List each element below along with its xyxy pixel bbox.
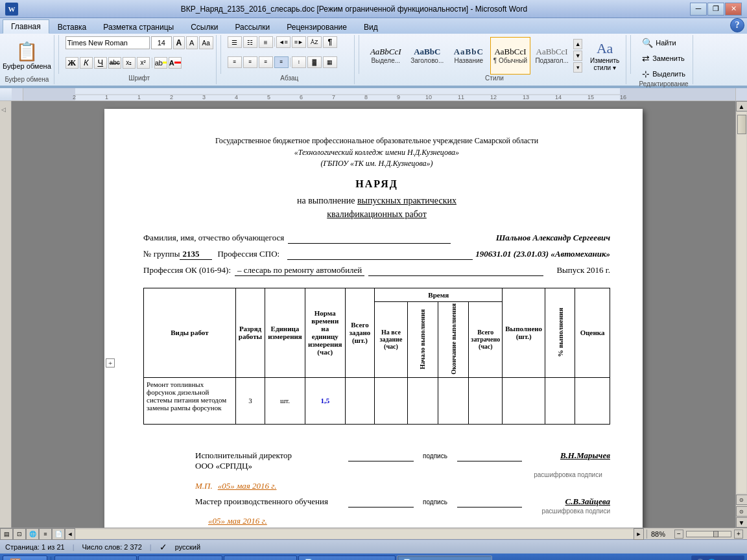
italic-button[interactable]: К — [80, 57, 93, 69]
window-title: ВКР_Наряд_2135_2016_слесарь.doc [Режим о… — [18, 5, 690, 14]
change-case-button[interactable]: Аа — [199, 36, 213, 49]
bold-button[interactable]: Ж — [65, 57, 78, 69]
align-center-button[interactable]: ≡ — [243, 56, 257, 68]
bottom-scroll: ▤ ⊡ 🌐 ≡ 📄 ◄ ► 88% − + — [0, 528, 747, 539]
restore-button[interactable]: ❐ — [707, 3, 724, 16]
style-item-3[interactable]: AaBbCcI ¶ Обычный — [490, 37, 530, 75]
font-size-input[interactable] — [151, 36, 172, 49]
align-left-button[interactable]: ≡ — [228, 56, 242, 68]
tab-references[interactable]: Ссылки — [182, 20, 226, 34]
multilevel-list-button[interactable]: ≡ — [259, 36, 273, 48]
select-button[interactable]: ⊹ Выделить — [639, 67, 689, 80]
spell-icon: ✓ — [160, 542, 167, 552]
h-scroll-track[interactable] — [75, 530, 634, 539]
replace-button[interactable]: ⇄ Заменить — [639, 52, 689, 65]
subscript-button[interactable]: x₂ — [123, 57, 136, 69]
font-color-button[interactable]: A — [169, 57, 182, 69]
taskbar-separator — [51, 557, 51, 560]
view-outline[interactable]: ≡ — [39, 528, 52, 540]
sort-button[interactable]: ÅZ — [307, 36, 322, 48]
work-table: Виды работ Разрядработы Единицаизмерения… — [143, 288, 610, 425]
close-button[interactable]: ✕ — [725, 3, 742, 16]
sig1-name-label: расшифровка подписи — [526, 471, 610, 478]
tab-insert[interactable]: Вставка — [49, 20, 95, 34]
increase-indent-button[interactable]: ≡► — [292, 36, 306, 48]
time-col3-header: Окончание выполнения — [438, 301, 469, 377]
signatures-section: Исполнительный директор ООО «СРПДЦ» подп… — [143, 450, 610, 528]
title-bar: W ВКР_Наряд_2135_2016_слесарь.doc [Режим… — [0, 0, 747, 18]
underline-button[interactable]: Ч — [94, 57, 107, 69]
style-item-2[interactable]: AaBbC Название — [449, 37, 489, 75]
line-spacing-button[interactable]: ↕ — [292, 56, 306, 68]
h-scroll-left[interactable]: ◄ — [65, 528, 75, 540]
col-header-percent: % выполнения — [545, 288, 575, 377]
align-right-button[interactable]: ≡ — [259, 56, 273, 68]
group-value: 2135 — [180, 249, 212, 260]
styles-scroll-up[interactable]: ▲ — [573, 39, 582, 49]
scroll-track[interactable] — [737, 112, 746, 493]
tab-page-layout[interactable]: Разметка страницы — [95, 20, 182, 34]
scroll-next-page[interactable]: ⊙ — [736, 506, 748, 517]
add-row-button[interactable]: + — [106, 358, 115, 368]
start-button[interactable]: 🪟 пуск — [3, 555, 47, 560]
scroll-up-button[interactable]: ▲ — [736, 101, 748, 111]
tab-review[interactable]: Рецензирование — [278, 20, 355, 34]
show-paragraph-button[interactable]: ¶ — [323, 36, 337, 48]
tab-mailings[interactable]: Рассылки — [226, 20, 278, 34]
zoom-in-button[interactable]: + — [734, 530, 743, 539]
numbered-list-button[interactable]: ☷ — [243, 36, 257, 48]
borders-button[interactable]: ▦ — [323, 56, 337, 68]
scroll-thumb[interactable] — [737, 115, 746, 134]
paste-button[interactable]: 📋 Буфер обмена — [3, 41, 51, 70]
shading-button[interactable]: ▓ — [307, 56, 322, 68]
h-scroll-right[interactable]: ► — [634, 528, 644, 540]
font-name-input[interactable] — [65, 36, 150, 49]
col-header-score: Оценка — [575, 288, 610, 377]
help-button[interactable]: ? — [730, 18, 744, 32]
right-scrollbar[interactable]: ▲ ⊙ ⊙ ▼ — [735, 101, 747, 528]
doc-scroll-area[interactable]: + ◢ Государственное бюджетное профессион… — [12, 101, 735, 528]
taskbar-item-1[interactable]: 💻 ВАСИЛЬЕВНА (Н:) — [138, 555, 222, 560]
view-web[interactable]: 🌐 — [26, 528, 39, 540]
style-item-1[interactable]: AaBbC Заголово... — [407, 37, 447, 75]
view-full[interactable]: ⊡ — [13, 528, 26, 540]
language: русский — [175, 543, 200, 551]
tab-view[interactable]: Вид — [355, 20, 386, 34]
styles-more[interactable]: ▾ — [573, 62, 582, 73]
tab-home[interactable]: Главная — [3, 19, 49, 34]
highlight-color-button[interactable]: ab — [154, 57, 167, 69]
style-item-0[interactable]: AaBbCcI Выделе... — [366, 37, 406, 75]
decrease-indent-button[interactable]: ◄≡ — [276, 36, 290, 48]
work-time3 — [438, 377, 469, 424]
zoom-slider-thumb[interactable] — [713, 531, 718, 537]
scroll-prev-page[interactable]: ⊙ — [736, 495, 748, 505]
zoom-slider-track[interactable] — [686, 531, 731, 537]
institution-name: Государственное бюджетное профессиональн… — [143, 135, 610, 147]
find-button[interactable]: 🔍 Найти — [639, 36, 689, 49]
view-draft[interactable]: 📄 — [52, 528, 65, 540]
work-desc: Ремонт топливных форсунок дизельной сист… — [144, 377, 236, 424]
taskbar-item-0[interactable]: 📁 2125_кв.экз._ГИА — [54, 555, 136, 560]
zoom-out-button[interactable]: − — [674, 530, 683, 539]
font-group: A A Аа Ж К Ч abc x₂ x² ab A Шрифт — [63, 35, 217, 84]
bullet-list-button[interactable]: ☰ — [228, 36, 242, 48]
taskbar-item-3[interactable]: 📄 МР_ПМ.01_ПП.01_З... — [298, 555, 396, 560]
col-header-total-given: Всегозадано(шт.) — [345, 288, 374, 377]
superscript-button[interactable]: x² — [137, 57, 150, 69]
view-buttons: ▤ ⊡ 🌐 ≡ 📄 — [0, 528, 65, 540]
style-item-4[interactable]: AaBbCcI Подзагол... — [532, 37, 572, 75]
font-size-increase[interactable]: A — [173, 36, 185, 49]
taskbar-item-2[interactable]: 📁 Портфолио_16 — [224, 555, 297, 560]
view-normal[interactable]: ▤ — [0, 528, 13, 540]
ribbon: Главная Вставка Разметка страницы Ссылки… — [0, 18, 747, 88]
change-styles-button[interactable]: Аа Изменить стили ▾ — [586, 40, 623, 71]
work-unit: шт. — [265, 377, 305, 424]
taskbar-item-4[interactable]: 📄 ВКР_Наряд_2135_2... — [397, 555, 493, 560]
scroll-down-button[interactable]: ▼ — [736, 517, 748, 528]
font-size-decrease[interactable]: A — [186, 36, 198, 49]
styles-scroll-down[interactable]: ▼ — [573, 51, 582, 61]
work-score — [575, 377, 610, 424]
strikethrough-button[interactable]: abc — [108, 57, 121, 69]
justify-button[interactable]: ≡ — [274, 56, 289, 68]
minimize-button[interactable]: ─ — [690, 3, 707, 16]
